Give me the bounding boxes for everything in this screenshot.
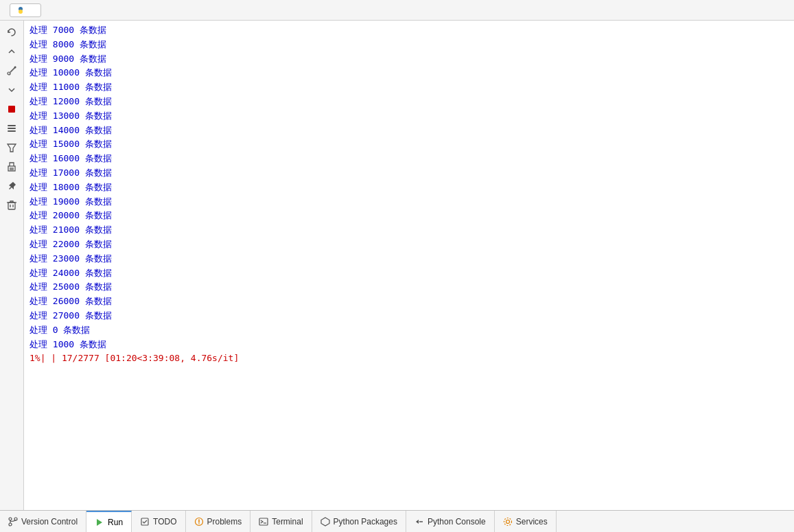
run-bar: [0, 0, 794, 21]
tab-todo[interactable]: TODO: [132, 511, 185, 532]
svg-marker-29: [416, 520, 419, 524]
line-number: 22000: [53, 239, 80, 249]
line-number: 14000: [53, 125, 80, 135]
line-suffix: 条数据: [85, 296, 112, 306]
svg-marker-28: [321, 518, 329, 526]
pin-icon: [6, 181, 17, 192]
print-button[interactable]: [3, 158, 21, 176]
line-number: 16000: [53, 153, 80, 163]
console-line: 处理 10000 条数据: [30, 66, 789, 80]
line-suffix: 条数据: [85, 111, 112, 121]
line-prefix: 处理: [30, 196, 47, 207]
tab-version-control[interactable]: Version Control: [0, 511, 86, 532]
todo-icon: [140, 517, 150, 527]
list-icon: [6, 123, 17, 134]
line-suffix: 条数据: [85, 167, 112, 178]
python-console-icon: [414, 517, 424, 527]
line-suffix: 条数据: [85, 125, 112, 135]
line-prefix: 处理: [30, 281, 47, 292]
rerun-button[interactable]: [3, 23, 21, 41]
console-line: 处理 8000 条数据: [30, 38, 789, 52]
line-number: 18000: [53, 182, 80, 192]
left-toolbar: [0, 21, 24, 510]
tab-label: Version Control: [21, 517, 78, 527]
toggle-view-button[interactable]: [3, 119, 21, 137]
console-line: 处理 27000 条数据: [30, 309, 789, 323]
line-number: 0: [53, 325, 58, 335]
tab-label: Run: [108, 518, 123, 527]
line-prefix: 处理: [30, 67, 47, 78]
line-prefix: 处理: [30, 325, 47, 335]
line-suffix: 条数据: [85, 224, 112, 235]
svg-rect-7: [8, 128, 16, 129]
line-number: 24000: [53, 268, 80, 278]
delete-button[interactable]: [3, 196, 21, 214]
run-tab-icon: [16, 5, 25, 15]
svg-point-32: [504, 518, 511, 525]
tab-services[interactable]: Services: [495, 511, 557, 532]
tab-python-packages[interactable]: Python Packages: [312, 511, 406, 532]
settings-button[interactable]: [3, 62, 21, 80]
svg-rect-6: [8, 125, 16, 126]
line-prefix: 处理: [30, 125, 47, 135]
console-output[interactable]: 处理 7000 条数据处理 8000 条数据处理 9000 条数据处理 1000…: [24, 21, 794, 510]
scroll-up-button[interactable]: [3, 43, 21, 60]
line-suffix: 条数据: [85, 239, 112, 249]
line-suffix: 条数据: [85, 210, 112, 220]
line-suffix: 条数据: [80, 339, 106, 349]
line-number: 17000: [53, 167, 80, 178]
line-number: 10000: [53, 67, 80, 78]
console-line: 处理 18000 条数据: [30, 181, 789, 195]
print-icon: [6, 161, 17, 172]
line-suffix: 条数据: [80, 25, 106, 35]
arrow-up-icon: [6, 46, 17, 57]
svg-rect-13: [8, 203, 15, 209]
pin-button[interactable]: [3, 177, 21, 195]
svg-rect-22: [141, 518, 148, 525]
console-line: 处理 15000 条数据: [30, 137, 789, 152]
bottom-tabbar: Version ControlRunTODOProblemsTerminalPy…: [0, 510, 794, 532]
line-suffix: 条数据: [63, 325, 90, 335]
line-number: 27000: [53, 310, 80, 321]
console-line: 处理 26000 条数据: [30, 294, 789, 309]
tab-label: Services: [516, 517, 548, 527]
console-line: 处理 12000 条数据: [30, 95, 789, 109]
wrench-icon: [6, 65, 17, 76]
tab-label: TODO: [153, 517, 176, 527]
line-prefix: 处理: [30, 39, 47, 49]
line-prefix: 处理: [30, 167, 47, 178]
filter-icon: [6, 142, 17, 153]
line-prefix: 处理: [30, 182, 47, 192]
terminal-icon: [259, 517, 268, 527]
line-prefix: 处理: [30, 25, 47, 35]
line-suffix: 条数据: [85, 96, 112, 106]
line-number: 25000: [53, 281, 80, 292]
line-suffix: 条数据: [85, 310, 112, 321]
tab-python-console[interactable]: Python Console: [406, 511, 495, 532]
run-icon: [95, 518, 104, 527]
run-tab[interactable]: [10, 3, 41, 17]
tab-run[interactable]: Run: [86, 511, 132, 532]
line-number: 15000: [53, 139, 80, 149]
line-number: 20000: [53, 210, 80, 220]
line-number: 8000: [53, 39, 74, 49]
stop-icon: [6, 104, 17, 115]
svg-point-1: [19, 10, 23, 14]
filter-button[interactable]: [3, 139, 21, 157]
line-number: 7000: [53, 25, 74, 35]
scroll-down-button[interactable]: [3, 81, 21, 99]
tab-label: Terminal: [272, 517, 303, 527]
line-number: 13000: [53, 111, 80, 121]
svg-point-25: [198, 523, 200, 524]
console-line: 处理 0 条数据: [30, 323, 789, 338]
console-line: 处理 19000 条数据: [30, 195, 789, 209]
tab-terminal[interactable]: Terminal: [250, 511, 312, 532]
version-control-icon: [8, 517, 18, 527]
svg-marker-21: [97, 519, 102, 526]
line-number: 12000: [53, 96, 80, 106]
python-packages-icon: [320, 517, 330, 527]
tab-problems[interactable]: Problems: [186, 511, 251, 532]
trash-icon: [6, 200, 17, 211]
console-line: 处理 20000 条数据: [30, 209, 789, 223]
stop-button[interactable]: [3, 100, 21, 118]
